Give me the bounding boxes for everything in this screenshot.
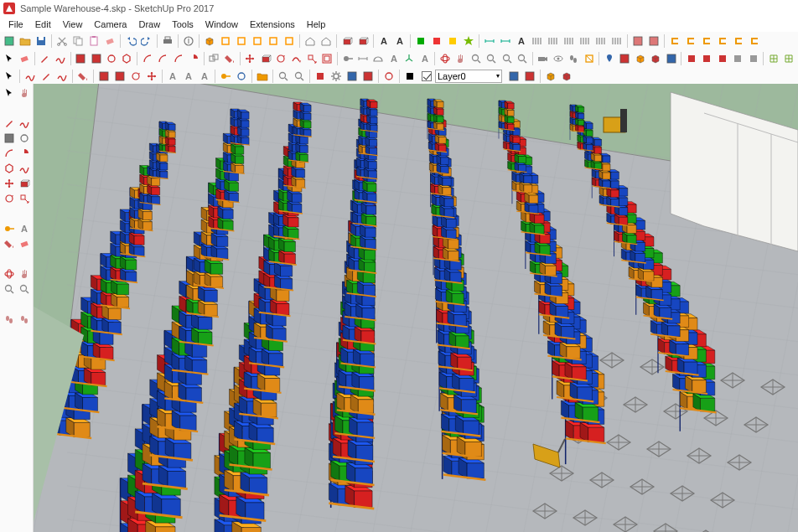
text-icon[interactable]: A [386,51,401,66]
side-paint-icon[interactable] [2,236,16,251]
polyline-icon[interactable] [23,69,38,84]
side-walk-icon[interactable] [2,312,16,326]
browse-icon[interactable] [255,69,270,84]
protractor-icon[interactable] [371,51,386,66]
cut-icon[interactable] [54,34,70,49]
side-rect-icon[interactable] [2,131,16,145]
side-lasso-icon[interactable] [17,161,31,175]
render-icon[interactable] [313,69,328,84]
zoom-icon[interactable] [469,51,483,66]
side-zoomext-icon[interactable] [17,281,31,296]
sandbox-icon2[interactable] [782,51,796,66]
tape-icon[interactable] [340,51,355,66]
palette-icon3[interactable] [445,34,460,49]
rot-icon[interactable] [128,69,143,84]
undo-icon[interactable] [123,34,138,49]
component-icon[interactable] [303,34,318,49]
ext-wh-icon[interactable] [649,51,663,66]
csv-icon[interactable]: A [376,34,391,49]
side-blank1[interactable] [2,101,16,115]
eraser-icon[interactable] [17,51,31,66]
beams-icon1[interactable] [530,34,545,49]
side-line-icon[interactable] [2,116,16,130]
pan-icon[interactable] [453,51,468,66]
line-icon[interactable] [38,51,52,66]
scale-icon[interactable] [304,51,319,66]
axes-icon[interactable] [402,51,417,66]
menu-view[interactable]: View [58,18,88,31]
pie-icon[interactable] [186,51,200,66]
move2-icon[interactable] [144,69,159,84]
side-circle-icon[interactable] [17,131,31,145]
layer-dropdown[interactable]: Layer0▾ [435,70,502,83]
beams-icon4[interactable] [578,34,593,49]
scene-icon[interactable] [522,69,537,84]
layout-icon[interactable] [664,51,678,66]
side-arc-icon[interactable] [2,146,16,160]
solid-intersect-icon[interactable] [684,51,698,66]
print-icon[interactable] [160,34,175,49]
dim-icon1[interactable] [482,34,497,49]
outliner-icon[interactable] [506,69,521,84]
side-hand-icon[interactable] [17,85,31,100]
bezier-icon[interactable] [54,69,70,84]
palette-icon2[interactable] [429,34,444,49]
side-blank5[interactable] [2,251,16,266]
arc3-icon[interactable] [171,51,185,66]
side-blank4[interactable] [17,206,31,220]
zoom-window-icon[interactable] [484,51,499,66]
layer-visibility-checkbox[interactable] [422,71,432,81]
rectangle-icon[interactable] [74,51,88,66]
palette-icon1[interactable] [413,34,428,49]
left-icon[interactable] [282,34,297,49]
zoom-extents-icon[interactable] [515,51,529,66]
rotate-icon[interactable] [273,51,288,66]
open-file-icon[interactable] [18,34,33,49]
annotation-icon[interactable]: A [197,69,212,84]
profile-icon5[interactable] [731,34,746,49]
new-file-icon[interactable] [2,34,17,49]
iso-icon[interactable] [202,34,217,49]
send-to-layout-icon[interactable] [618,51,632,66]
components-icon[interactable] [559,69,574,84]
walk-icon[interactable] [567,51,581,66]
arc-icon[interactable] [140,51,154,66]
select2-icon[interactable] [2,69,17,84]
previous-icon[interactable] [500,51,514,66]
model-info-icon[interactable]: i [181,34,196,49]
menu-help[interactable]: Help [302,18,331,31]
menu-window[interactable]: Window [200,18,243,31]
side-text-icon[interactable]: A [17,221,31,235]
menu-file[interactable]: File [3,18,28,31]
solid-trim-icon[interactable] [731,51,745,66]
menu-camera[interactable]: Camera [89,18,132,31]
menu-draw[interactable]: Draw [133,18,165,31]
warehouse-icon[interactable] [543,69,558,84]
solid-subtract-icon[interactable] [715,51,729,66]
side-pushpull-icon[interactable] [17,176,31,190]
menu-tools[interactable]: Tools [167,18,199,31]
add-location-icon[interactable] [602,51,616,66]
side-move-icon[interactable] [2,176,16,190]
side-select-icon[interactable] [2,85,16,100]
beams-icon6[interactable] [609,34,624,49]
side-blank3[interactable] [2,206,16,220]
side-tape-icon[interactable] [2,221,16,235]
profile-icon2[interactable] [683,34,698,49]
rotated-rect-icon[interactable] [89,51,103,66]
look-around-icon[interactable] [551,51,565,66]
side-pan-icon[interactable] [17,266,31,281]
save-icon[interactable] [34,34,49,49]
side-blank8[interactable] [17,297,31,311]
profile-icon4[interactable] [715,34,730,49]
make-component-icon[interactable] [207,51,221,66]
burst-icon[interactable] [461,34,476,49]
redo-icon[interactable] [139,34,154,49]
beams-icon5[interactable] [593,34,609,49]
side-blank6[interactable] [17,251,31,266]
solid-union-icon[interactable] [700,51,714,66]
offset-icon[interactable] [320,51,334,66]
layer-icon[interactable] [402,69,417,84]
callout-icon[interactable]: A [165,69,180,84]
bug-icon[interactable] [381,69,396,84]
